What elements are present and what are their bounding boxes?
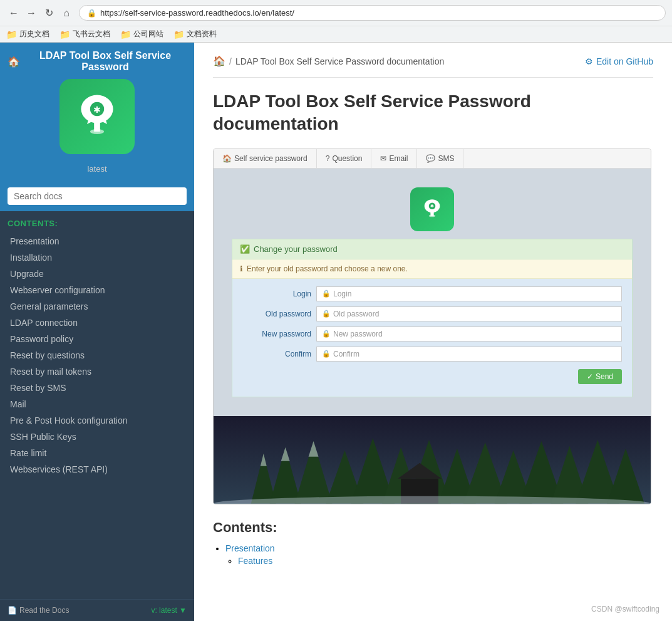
sidebar-item-pre-post-hook[interactable]: Pre & Post Hook configuration — [8, 412, 187, 429]
contents-link-presentation[interactable]: Presentation — [225, 543, 275, 553]
preview-nav-home-icon: 🏠 — [222, 154, 232, 163]
preview-nav-question-label: Question — [332, 154, 362, 163]
info-icon: ℹ — [240, 264, 243, 273]
form-input-old-password: 🔒 Old password — [316, 306, 622, 321]
bookmark-icon: 📁 — [6, 29, 17, 39]
preview-nav-question-icon: ? — [326, 154, 330, 163]
browser-toolbar: ← → ↻ ⌂ 🔒 https://self-service-password.… — [0, 0, 672, 26]
sidebar-contents: CONTENTS: Presentation Installation Upgr… — [0, 211, 194, 485]
form-row-submit: ✓ Send — [242, 367, 622, 384]
contents-list: Presentation Features — [213, 543, 653, 566]
address-bar[interactable]: 🔒 https://self-service-password.readthed… — [79, 5, 666, 21]
sidebar-title: 🏠 LDAP Tool Box Self Service Password — [8, 50, 187, 73]
browser-chrome: ← → ↻ ⌂ 🔒 https://self-service-password.… — [0, 0, 672, 43]
send-check-icon: ✓ — [587, 372, 593, 381]
watermark: CSDN @swiftcoding — [591, 605, 659, 613]
bookmark-icon: 📁 — [173, 29, 184, 39]
bookmarks-bar: 📁 历史文档 📁 飞书云文档 📁 公司网站 📁 文档资料 — [0, 26, 672, 42]
form-label-old-password: Old password — [242, 310, 311, 318]
sidebar-logo-container: ✱ — [59, 79, 135, 154]
sidebar-logo: ✱ — [59, 79, 135, 154]
logo-svg: ✱ — [72, 91, 122, 142]
breadcrumb-text: LDAP Tool Box Self Service Password docu… — [235, 56, 444, 66]
sidebar-item-upgrade[interactable]: Upgrade — [8, 266, 187, 282]
bookmark-label: 公司网站 — [133, 29, 163, 39]
form-label-confirm: Confirm — [242, 350, 311, 358]
sidebar-item-presentation[interactable]: Presentation — [8, 233, 187, 249]
sidebar-footer-left: 📄 Read the Docs — [8, 606, 69, 615]
preview-nav-question: ? Question — [317, 149, 372, 168]
version-selector[interactable]: v: latest ▼ — [151, 606, 187, 615]
form-input-confirm: 🔒 Confirm — [316, 347, 622, 362]
send-label: Send — [596, 372, 613, 381]
sidebar-item-rate-limit[interactable]: Rate limit — [8, 445, 187, 461]
contents-label: CONTENTS: — [8, 219, 187, 228]
form-input-login: 🔒 Login — [316, 286, 622, 301]
search-input[interactable] — [8, 187, 187, 205]
edit-on-github-button[interactable]: ⚙ Edit on GitHub — [585, 56, 653, 66]
sidebar-item-password-policy[interactable]: Password policy — [8, 331, 187, 347]
title-separator — [213, 77, 653, 78]
breadcrumb-home-icon[interactable]: 🏠 — [213, 55, 225, 67]
sidebar-item-mail[interactable]: Mail — [8, 396, 187, 412]
sidebar-item-general-params[interactable]: General parameters — [8, 298, 187, 315]
form-row-confirm: Confirm 🔒 Confirm — [242, 347, 622, 362]
list-item: Features — [238, 556, 653, 566]
preview-nav-email: ✉ Email — [371, 149, 417, 168]
form-input-confirm-text: Confirm — [333, 350, 359, 358]
sidebar-item-ldap[interactable]: LDAP connection — [8, 315, 187, 331]
sidebar-version: latest — [87, 164, 106, 174]
sidebar-item-ssh-keys[interactable]: SSH Public Keys — [8, 429, 187, 445]
preview-app-window: 🏠 Self service password ? Question ✉ Ema… — [214, 149, 651, 504]
reload-button[interactable]: ↻ — [41, 6, 56, 21]
bookmark-item[interactable]: 📁 文档资料 — [173, 29, 217, 39]
forward-button[interactable]: → — [24, 6, 39, 21]
preview-nav-sms-icon: 💬 — [426, 154, 435, 163]
sidebar-item-reset-mail[interactable]: Reset by mail tokens — [8, 363, 187, 380]
sidebar-header: 🏠 LDAP Tool Box Self Service Password ✱ — [0, 43, 194, 181]
preview-nav-email-icon: ✉ — [380, 154, 386, 163]
readthedocs-icon: 📄 — [8, 606, 17, 615]
breadcrumb: 🏠 / LDAP Tool Box Self Service Password … — [213, 55, 653, 67]
main-content: 🏠 / LDAP Tool Box Self Service Password … — [194, 43, 672, 621]
preview-nav-sms-label: SMS — [438, 154, 454, 163]
app-preview: 🏠 Self service password ? Question ✉ Ema… — [213, 149, 651, 504]
bookmark-item[interactable]: 📁 公司网站 — [120, 29, 163, 39]
preview-nav: 🏠 Self service password ? Question ✉ Ema… — [214, 149, 651, 169]
sidebar-search-container — [0, 181, 194, 211]
sidebar-item-webservices[interactable]: Webservices (REST API) — [8, 461, 187, 477]
contents-link-features[interactable]: Features — [238, 556, 272, 566]
sidebar-item-reset-sms[interactable]: Reset by SMS — [8, 380, 187, 396]
bookmark-item[interactable]: 📁 飞书云文档 — [59, 29, 110, 39]
sidebar-item-installation[interactable]: Installation — [8, 249, 187, 266]
url-text: https://self-service-password.readthedoc… — [100, 8, 658, 18]
form-row-new-password: New password 🔒 New password — [242, 326, 622, 342]
list-item: Presentation Features — [225, 543, 653, 566]
home-button[interactable]: ⌂ — [59, 6, 74, 21]
preview-nav-self-service: 🏠 Self service password — [214, 149, 317, 168]
check-icon: ✅ — [240, 244, 250, 254]
lock-icon: 🔒 — [322, 350, 331, 358]
github-label: Edit on GitHub — [596, 56, 653, 66]
form-label-new-password: New password — [242, 330, 311, 338]
lock-icon: 🔒 — [322, 290, 331, 298]
bookmark-icon: 📁 — [59, 29, 70, 39]
sidebar-title-icon: 🏠 — [8, 56, 20, 68]
github-icon: ⚙ — [585, 56, 593, 66]
back-button[interactable]: ← — [6, 6, 21, 21]
page-title: LDAP Tool Box Self Service Password docu… — [213, 90, 653, 136]
bookmark-item[interactable]: 📁 历史文档 — [6, 29, 49, 39]
preview-forest-image — [214, 416, 651, 504]
preview-form-body: Login 🔒 Login Old password 🔒 — [232, 279, 632, 397]
forest-svg — [214, 416, 651, 504]
preview-send-button[interactable]: ✓ Send — [578, 369, 622, 384]
page-layout: 🏠 LDAP Tool Box Self Service Password ✱ — [0, 43, 672, 621]
sidebar-item-webserver[interactable]: Webserver configuration — [8, 282, 187, 298]
form-row-login: Login 🔒 Login — [242, 286, 622, 301]
lock-icon: 🔒 — [87, 9, 96, 18]
bookmark-icon: 📁 — [120, 29, 131, 39]
contents-sub-list: Features — [225, 556, 653, 566]
preview-form-container: ✅ Change your password ℹ Enter your old … — [232, 239, 633, 397]
sidebar-item-reset-questions[interactable]: Reset by questions — [8, 347, 187, 363]
svg-point-3 — [90, 129, 104, 134]
